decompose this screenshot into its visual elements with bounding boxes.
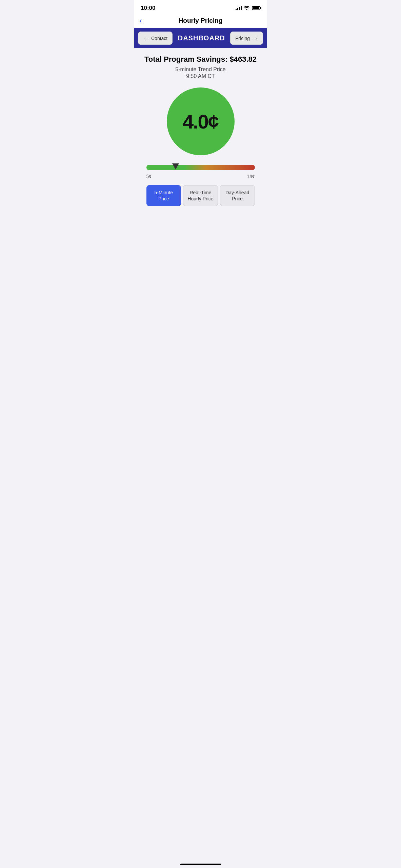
right-arrow-icon: →	[252, 35, 258, 42]
dashboard-bar: ← Contact DASHBOARD Pricing →	[134, 28, 267, 48]
contact-label: Contact	[151, 36, 167, 41]
gauge-bar	[146, 165, 255, 170]
trend-price-label: 5-minute Trend Price	[175, 66, 226, 73]
pricing-label: Pricing	[235, 36, 250, 41]
status-icons	[236, 5, 260, 11]
signal-icon	[236, 6, 242, 10]
gauge-label-right: 14¢	[247, 174, 255, 179]
trend-time: 9:50 AM CT	[186, 73, 215, 79]
tab-5-minute[interactable]: 5-MinutePrice	[146, 185, 181, 206]
tab-day-ahead[interactable]: Day-AheadPrice	[220, 185, 255, 206]
gauge-container	[146, 165, 255, 170]
tab-real-time[interactable]: Real-TimeHourly Price	[183, 185, 218, 206]
gauge-indicator	[172, 163, 179, 170]
dashboard-title: DASHBOARD	[173, 34, 230, 42]
gauge-labels: 5¢ 14¢	[146, 172, 255, 180]
page-title: Hourly Pricing	[179, 17, 223, 24]
price-circle: 4.0¢	[167, 87, 235, 155]
contact-button[interactable]: ← Contact	[138, 32, 173, 45]
battery-icon	[252, 6, 260, 10]
total-savings: Total Program Savings: $463.82	[144, 55, 257, 64]
main-content: Total Program Savings: $463.82 5-minute …	[134, 48, 267, 213]
status-time: 10:00	[141, 5, 155, 12]
price-value: 4.0¢	[183, 110, 218, 133]
left-arrow-icon: ←	[143, 35, 149, 42]
pricing-button[interactable]: Pricing →	[230, 32, 263, 45]
wifi-icon	[244, 5, 250, 11]
back-button[interactable]: ‹	[139, 16, 142, 25]
tab-row: 5-MinutePrice Real-TimeHourly Price Day-…	[146, 185, 255, 206]
gauge-label-left: 5¢	[146, 174, 152, 179]
nav-bar: ‹ Hourly Pricing	[134, 14, 267, 28]
status-bar: 10:00	[134, 0, 267, 14]
